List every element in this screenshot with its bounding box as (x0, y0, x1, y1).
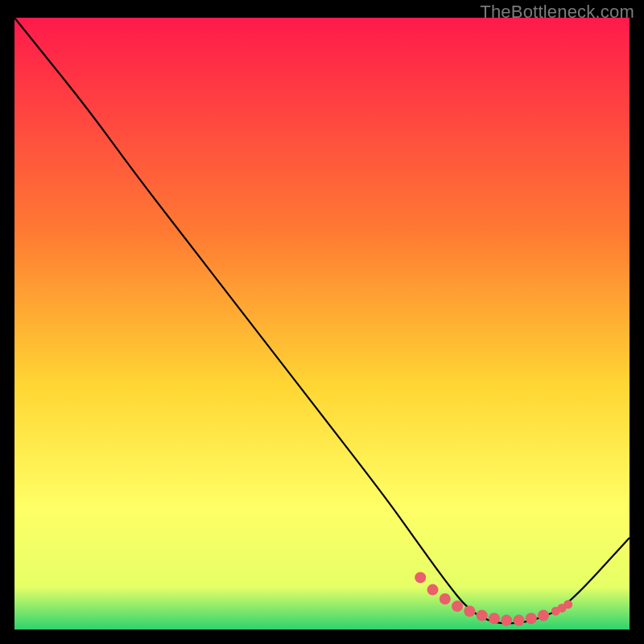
marker-dot (564, 600, 572, 609)
marker-dot (501, 615, 512, 626)
plot-area (14, 18, 630, 630)
watermark: TheBottleneck.com (480, 2, 634, 23)
marker-dot (477, 610, 488, 621)
marker-dot (526, 613, 537, 624)
marker-dot (415, 572, 426, 583)
marker-dot (513, 615, 524, 626)
marker-dot (427, 584, 439, 596)
marker-dot (440, 593, 451, 605)
marker-dot (452, 601, 463, 612)
marker-dot (464, 605, 475, 617)
marker-dot (489, 613, 500, 624)
chart-container: { "watermark": "TheBottleneck.com", "cha… (0, 0, 644, 644)
marker-dot (538, 610, 549, 621)
bottleneck-chart (0, 0, 644, 644)
